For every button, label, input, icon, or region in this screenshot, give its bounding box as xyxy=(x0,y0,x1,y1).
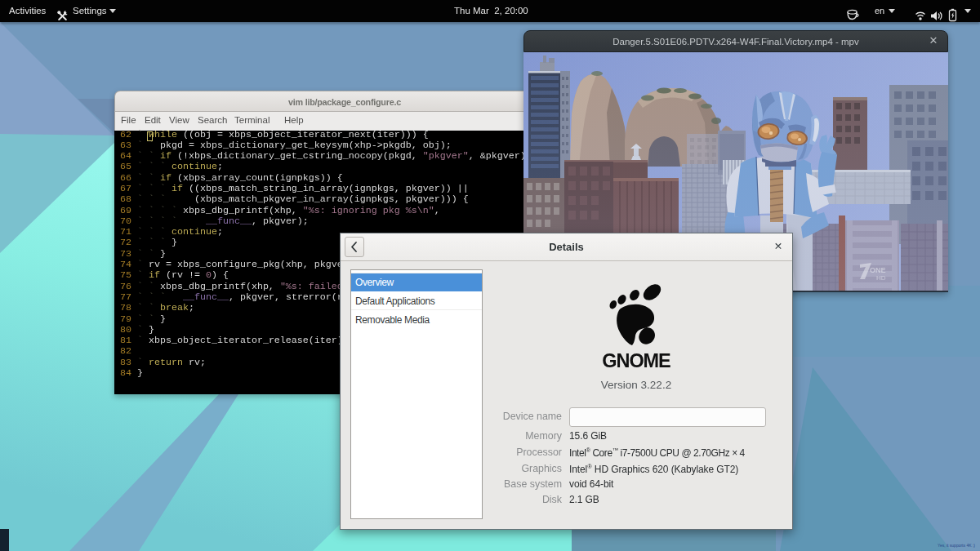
svg-text:ONE: ONE xyxy=(870,266,886,274)
svg-text:Yes, it supports 4K :): Yes, it supports 4K :) xyxy=(938,543,975,548)
svg-text:HD: HD xyxy=(876,274,886,282)
